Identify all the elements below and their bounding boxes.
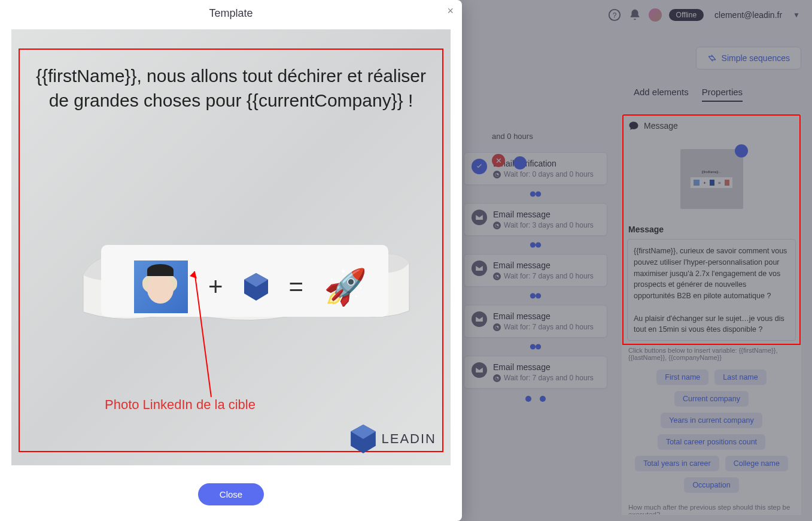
avatar-icon[interactable] bbox=[649, 8, 662, 22]
svg-point-6 bbox=[530, 293, 536, 298]
leadin-logo-icon bbox=[244, 273, 269, 301]
email-icon bbox=[472, 210, 487, 225]
chip-occupation[interactable]: Occupation bbox=[684, 477, 738, 493]
side-tabs: Add elements Properties bbox=[628, 87, 801, 102]
svg-point-4 bbox=[530, 242, 536, 247]
tab-properties[interactable]: Properties bbox=[702, 87, 743, 102]
delete-step-icon[interactable]: ✕ bbox=[492, 154, 505, 167]
step-email-verification[interactable]: Email verification ◔Wait for: 0 days and… bbox=[464, 152, 607, 185]
plus-icon: + bbox=[208, 272, 223, 301]
leadin-logo-icon bbox=[351, 425, 376, 453]
step-email-message-3[interactable]: Email message ◔Wait for: 7 days and 0 ho… bbox=[464, 305, 607, 338]
chip-first-name[interactable]: First name bbox=[656, 369, 708, 385]
template-thumbnail[interactable]: {{firstName}}… += bbox=[680, 149, 743, 209]
step-title: Email message bbox=[493, 311, 594, 321]
chip-total-positions[interactable]: Total career positions count bbox=[658, 434, 765, 450]
clock-icon: ◔ bbox=[493, 171, 501, 178]
svg-point-5 bbox=[536, 242, 541, 247]
step-wait: ◔Wait for: 7 days and 0 hours bbox=[493, 272, 594, 280]
step-title: Email verification bbox=[493, 159, 594, 168]
step-email-message-1[interactable]: Email message ◔Wait for: 3 days and 0 ho… bbox=[464, 203, 607, 236]
email-icon bbox=[472, 311, 487, 327]
svg-point-8 bbox=[530, 344, 536, 349]
thumbnail-text: {{firstName}}… bbox=[699, 170, 723, 174]
step-title: Email message bbox=[493, 210, 594, 219]
paper-tear-graphic: + = 🚀 bbox=[77, 209, 394, 389]
simple-sequences-label: Simple sequences bbox=[722, 53, 790, 63]
user-email[interactable]: clement@leadin.fr bbox=[714, 10, 782, 20]
modal-close-icon[interactable]: × bbox=[447, 5, 454, 17]
variable-hint: Click buttons below to insert variable: … bbox=[622, 343, 801, 365]
step-title: Email message bbox=[493, 260, 594, 270]
clock-icon: ◔ bbox=[493, 374, 501, 382]
step-wait: ◔Wait for: 7 days and 0 hours bbox=[493, 323, 594, 331]
connector-icon bbox=[529, 341, 542, 352]
step-email-message-4[interactable]: Email message ◔Wait for: 7 days and 0 ho… bbox=[464, 356, 607, 389]
annotation-caption: Photo LinkedIn de la cible bbox=[90, 396, 270, 414]
equals-icon: = bbox=[289, 272, 304, 301]
step-wait: ◔Wait for: 7 days and 0 hours bbox=[493, 374, 594, 382]
message-icon bbox=[628, 120, 639, 131]
linkedin-photo-placeholder bbox=[134, 260, 188, 313]
clock-icon: ◔ bbox=[493, 272, 501, 280]
connector-icon bbox=[529, 290, 542, 301]
chip-current-company[interactable]: Current company bbox=[674, 391, 749, 407]
message-textarea[interactable]: {{firstName}}, curieux de savoir comment… bbox=[627, 239, 796, 341]
connector-icon bbox=[529, 240, 542, 250]
rocket-icon: 🚀 bbox=[324, 266, 367, 307]
template-thumbnail-wrap: {{firstName}}… += bbox=[622, 137, 801, 221]
chip-years-in-company[interactable]: Years in current company bbox=[661, 413, 762, 428]
close-button[interactable]: Close bbox=[198, 483, 264, 505]
panel-title: Message bbox=[644, 121, 678, 131]
help-icon[interactable]: ? bbox=[608, 8, 621, 22]
thumbnail-badge-icon bbox=[735, 144, 748, 157]
email-icon bbox=[472, 260, 487, 276]
clock-icon: ◔ bbox=[493, 222, 501, 229]
modal-title: Template bbox=[209, 0, 253, 26]
svg-point-7 bbox=[536, 293, 541, 298]
notifications-icon[interactable] bbox=[628, 8, 641, 22]
chip-college-name[interactable]: College name bbox=[725, 456, 788, 471]
equation-row: + = 🚀 bbox=[134, 260, 367, 313]
email-icon bbox=[472, 362, 487, 378]
hours-fragment: and 0 hours bbox=[492, 132, 533, 141]
panel-title-row: Message bbox=[622, 114, 801, 137]
properties-panel: Message {{firstName}}… += Message {{firs… bbox=[622, 114, 801, 515]
status-pill: Offline bbox=[669, 9, 704, 21]
simple-sequences-button[interactable]: Simple sequences bbox=[696, 47, 801, 69]
step-title: Email message bbox=[493, 362, 594, 372]
sequence-steps: and 0 hours ✕ Email verification ◔Wait f… bbox=[455, 133, 616, 390]
tab-add-elements[interactable]: Add elements bbox=[634, 87, 689, 102]
step-handle-icon[interactable] bbox=[513, 156, 527, 169]
message-label: Message bbox=[622, 221, 801, 237]
step-wait: ◔Wait for: 0 days and 0 hours bbox=[493, 170, 594, 178]
delay-question: How much after the previous step should … bbox=[622, 498, 801, 515]
chip-total-years[interactable]: Total years in career bbox=[635, 456, 719, 471]
verify-icon bbox=[472, 159, 487, 174]
chevron-down-icon[interactable]: ▼ bbox=[793, 11, 800, 19]
brand-row: LEADIN bbox=[351, 425, 436, 453]
chip-last-name[interactable]: Last name bbox=[714, 369, 766, 385]
template-preview: {{firstName}}, nous allons tout déchirer… bbox=[11, 29, 451, 465]
template-modal: Template × {{firstName}}, nous allons to… bbox=[0, 0, 462, 521]
svg-point-9 bbox=[536, 344, 541, 349]
variable-chips: First name Last name Current company Yea… bbox=[622, 365, 801, 498]
template-headline: {{firstName}}, nous allons tout déchirer… bbox=[35, 64, 427, 113]
clock-icon: ◔ bbox=[493, 323, 501, 331]
connector-icon bbox=[529, 189, 542, 199]
step-email-message-2[interactable]: Email message ◔Wait for: 7 days and 0 ho… bbox=[464, 254, 607, 287]
svg-text:?: ? bbox=[612, 11, 616, 20]
end-dots bbox=[525, 395, 546, 403]
brand-text: LEADIN bbox=[382, 431, 436, 447]
svg-point-2 bbox=[530, 191, 536, 196]
thumbnail-equation: += bbox=[691, 177, 732, 188]
svg-point-3 bbox=[536, 191, 541, 196]
step-wait: ◔Wait for: 3 days and 0 hours bbox=[493, 221, 594, 229]
